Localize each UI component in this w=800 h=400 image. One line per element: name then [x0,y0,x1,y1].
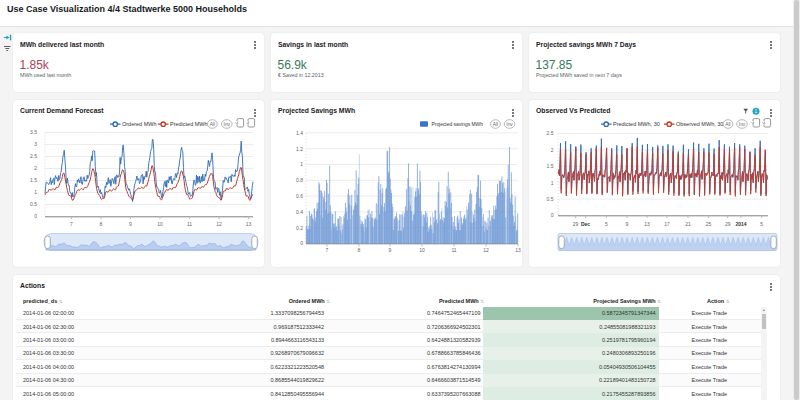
svg-text:5: 5 [605,221,608,227]
svg-text:9: 9 [626,221,629,227]
svg-text:Ordered MWh: Ordered MWh [122,121,157,127]
svg-text:12: 12 [483,247,489,253]
svg-text:0.5: 0.5 [547,196,554,202]
svg-text:Dec: Dec [581,221,590,227]
svg-text:21: 21 [685,221,691,227]
svg-text:All: All [493,122,498,127]
svg-text:0.2: 0.2 [296,225,303,231]
svg-text:13: 13 [246,221,252,227]
svg-text:1: 1 [755,108,758,114]
svg-text:1.5: 1.5 [30,177,37,183]
svg-text:0.8: 0.8 [296,177,303,183]
svg-text:0.4: 0.4 [296,209,303,215]
svg-text:Inv: Inv [506,122,513,127]
svg-text:1: 1 [34,189,37,195]
svg-text:Projected savings MWh: Projected savings MWh [432,122,484,127]
svg-text:8: 8 [100,221,103,227]
svg-text:7: 7 [70,221,73,227]
svg-text:12: 12 [216,221,222,227]
svg-text:2.5: 2.5 [547,130,554,136]
svg-text:0: 0 [300,240,303,246]
svg-text:13: 13 [515,247,521,253]
svg-text:2: 2 [551,147,554,153]
svg-text:8: 8 [358,247,361,253]
svg-text:All: All [725,122,730,127]
svg-text:2.5: 2.5 [30,153,37,159]
svg-text:3.5: 3.5 [30,129,37,135]
svg-text:13: 13 [644,221,650,227]
svg-text:7: 7 [326,247,329,253]
svg-text:29: 29 [573,221,579,227]
svg-text:10: 10 [419,247,425,253]
svg-text:Observed MWh, 30: Observed MWh, 30 [676,121,723,127]
svg-text:1.5: 1.5 [547,163,554,169]
svg-text:5: 5 [760,221,763,227]
svg-text:2: 2 [34,165,37,171]
svg-text:Inv: Inv [224,122,231,127]
svg-text:0: 0 [34,213,37,219]
svg-text:11: 11 [187,221,192,227]
svg-text:3: 3 [34,141,37,147]
svg-text:17: 17 [664,221,670,227]
svg-text:2014: 2014 [735,221,746,227]
svg-text:9: 9 [389,247,392,253]
svg-text:10: 10 [157,221,163,227]
svg-text:11: 11 [451,247,456,253]
svg-text:All: All [210,122,215,127]
svg-text:25: 25 [706,221,712,227]
svg-text:0: 0 [551,212,554,218]
svg-text:Predicted MWh, 30: Predicted MWh, 30 [613,121,660,127]
svg-text:1.2: 1.2 [296,146,303,152]
svg-text:1: 1 [300,161,303,167]
svg-text:1.4: 1.4 [296,130,303,136]
svg-text:Predicted MWh: Predicted MWh [170,121,208,127]
svg-text:0.6: 0.6 [296,193,303,199]
svg-text:Inv: Inv [739,122,746,127]
svg-text:9: 9 [129,221,132,227]
svg-text:0.5: 0.5 [30,201,37,207]
svg-text:1: 1 [551,180,554,186]
svg-text:29: 29 [725,221,731,227]
